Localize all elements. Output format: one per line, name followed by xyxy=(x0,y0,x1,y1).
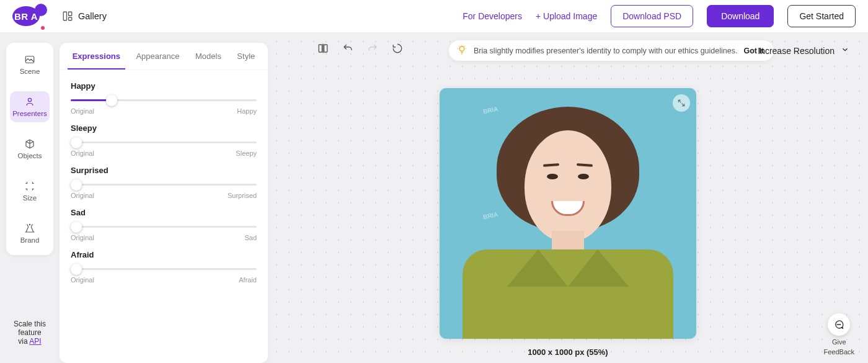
sidebar-label-objects: Objects xyxy=(18,152,42,159)
sidebar-card: Scene Presenters Objects Size xyxy=(6,43,53,255)
get-started-button[interactable]: Get Started xyxy=(787,5,856,27)
svg-rect-6 xyxy=(319,45,322,52)
canvas-toolbar xyxy=(317,43,403,54)
svg-rect-1 xyxy=(69,12,72,16)
svg-point-10 xyxy=(839,325,839,325)
compare-icon[interactable] xyxy=(317,43,329,54)
download-button[interactable]: Download xyxy=(707,5,774,27)
slider-title: Sleepy xyxy=(71,123,257,133)
svg-point-8 xyxy=(459,47,464,52)
api-link[interactable]: API xyxy=(29,337,41,346)
slider-thumb[interactable] xyxy=(71,179,82,190)
sidebar-item-brand[interactable]: Brand xyxy=(10,218,50,249)
svg-rect-0 xyxy=(63,12,66,20)
sidebar-label-brand: Brand xyxy=(20,236,40,244)
slider-group-happy: HappyOriginalHappy xyxy=(71,74,257,116)
upload-image-link[interactable]: + Upload Image xyxy=(536,11,597,21)
slider-left-label: Original xyxy=(71,192,94,199)
slider-group-surprised: SurprisedOriginalSurprised xyxy=(71,158,257,200)
slider-happy[interactable] xyxy=(71,99,257,101)
main-area: Scene Presenters Objects Size xyxy=(0,33,868,363)
resolution-label: Increase Resolution xyxy=(758,46,835,56)
image-dimensions: 1000 x 1000 px (55%) xyxy=(528,347,608,357)
portrait-illustration xyxy=(440,88,696,339)
footer-line2: via xyxy=(18,337,29,346)
objects-icon xyxy=(24,138,35,150)
ethics-text: Bria slightly modifies presenter's ident… xyxy=(474,47,738,55)
slider-thumb[interactable] xyxy=(106,95,117,106)
scene-icon xyxy=(24,54,35,65)
brand-logo[interactable]: BR A xyxy=(12,6,40,26)
svg-point-9 xyxy=(838,325,838,325)
slider-right-label: Sleepy xyxy=(236,150,257,157)
slider-title: Afraid xyxy=(71,250,257,259)
footer-line1: Scale this feature xyxy=(14,320,46,337)
undo-icon[interactable] xyxy=(342,43,353,54)
slider-title: Happy xyxy=(71,81,257,91)
tab-expressions[interactable]: Expressions xyxy=(68,43,125,69)
sidebar-label-presenters: Presenters xyxy=(12,110,47,117)
tab-appearance[interactable]: Appearance xyxy=(131,43,184,69)
image-frame[interactable]: BRIA BRIA BRIA BRIA BRIA xyxy=(440,88,696,339)
sidebar-label-scene: Scene xyxy=(20,68,40,75)
slider-left-label: Original xyxy=(71,150,94,157)
gallery-label: Gallery xyxy=(78,11,107,21)
panel-tabs: Expressions Appearance Models Style xyxy=(60,43,268,70)
svg-point-5 xyxy=(29,224,30,225)
slider-thumb[interactable] xyxy=(71,264,82,275)
download-psd-button[interactable]: Download PSD xyxy=(611,5,693,27)
header-right: For Developers + Upload Image Download P… xyxy=(463,5,856,27)
logo-dot xyxy=(41,26,45,30)
canvas-top-row: Bria slightly modifies presenter's ident… xyxy=(362,40,774,61)
slider-right-label: Surprised xyxy=(228,192,257,199)
slider-surprised[interactable] xyxy=(71,184,257,186)
svg-point-11 xyxy=(840,325,841,325)
left-sidebar: Scene Presenters Objects Size xyxy=(0,33,60,363)
slider-right-label: Happy xyxy=(237,107,257,115)
canvas-area: Bria slightly modifies presenter's ident… xyxy=(268,33,868,363)
svg-point-4 xyxy=(28,98,31,101)
tab-models[interactable]: Models xyxy=(190,43,226,69)
sidebar-footer: Scale this feature via API xyxy=(6,320,53,357)
sidebar-label-size: Size xyxy=(23,194,37,202)
panel-body[interactable]: HappyOriginalHappySleepyOriginalSleepySu… xyxy=(60,70,268,363)
size-icon xyxy=(24,181,35,192)
slider-sleepy[interactable] xyxy=(71,141,257,143)
logo-text: BR A xyxy=(14,11,38,22)
slider-right-label: Sad xyxy=(244,234,257,241)
slider-left-label: Original xyxy=(71,234,94,241)
reset-icon[interactable] xyxy=(392,43,403,54)
logo-accent-circle xyxy=(35,4,47,16)
svg-rect-2 xyxy=(69,17,72,20)
sidebar-item-size[interactable]: Size xyxy=(10,176,50,207)
for-developers-link[interactable]: For Developers xyxy=(463,11,522,21)
give-feedback[interactable]: Give FeedBack xyxy=(823,313,854,356)
slider-group-afraid: AfraidOriginalAfraid xyxy=(71,243,257,285)
sidebar-item-presenters[interactable]: Presenters xyxy=(10,91,50,122)
svg-rect-7 xyxy=(324,45,327,52)
ethics-banner: Bria slightly modifies presenter's ident… xyxy=(449,40,774,61)
feedback-icon xyxy=(828,313,850,336)
slider-thumb[interactable] xyxy=(71,222,82,233)
redo-icon xyxy=(367,43,378,54)
gallery-icon xyxy=(62,11,73,22)
increase-resolution[interactable]: Increase Resolution xyxy=(758,45,849,56)
chevron-down-icon xyxy=(841,45,849,56)
sidebar-item-objects[interactable]: Objects xyxy=(10,133,50,164)
presenters-icon xyxy=(24,96,35,107)
feedback-line2: FeedBack xyxy=(823,348,854,356)
slider-left-label: Original xyxy=(71,276,94,284)
tab-style[interactable]: Style xyxy=(232,43,260,69)
slider-afraid[interactable] xyxy=(71,268,257,270)
brand-icon xyxy=(24,223,35,234)
feedback-line1: Give xyxy=(832,338,846,346)
sidebar-item-scene[interactable]: Scene xyxy=(10,49,50,80)
slider-thumb[interactable] xyxy=(71,137,82,148)
gallery-link[interactable]: Gallery xyxy=(62,11,107,22)
slider-title: Sad xyxy=(71,208,257,217)
slider-group-sad: SadOriginalSad xyxy=(71,200,257,243)
slider-sad[interactable] xyxy=(71,226,257,228)
slider-group-sleepy: SleepyOriginalSleepy xyxy=(71,116,257,158)
logo-main-circle: BR A xyxy=(12,6,40,26)
control-panel: Expressions Appearance Models Style Happ… xyxy=(60,43,268,363)
